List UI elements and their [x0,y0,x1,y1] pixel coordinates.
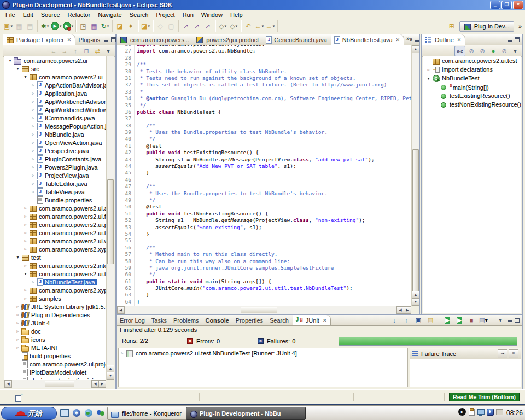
panel-hide-tray-icon[interactable] [458,408,466,416]
editor-tab-nbbundletest-java[interactable]: NbBundleTest.java✕ [331,34,404,45]
tree-item-com-aramco-powers2-ui[interactable]: ▾com.aramco.powers2.ui [4,56,106,65]
expand-arrow-icon[interactable]: ▹ [30,99,37,104]
close-bottom-tab-icon[interactable]: ✕ [323,318,327,323]
collapse-arrow-icon[interactable]: ▾ [7,58,14,63]
next-failure-icon[interactable]: ↓ [389,316,399,325]
tree-item-nbbundletest-java[interactable]: ▹NbBundleTest.java [4,278,106,286]
tree-item-pluginconstants-java[interactable]: ▹PluginConstants.java [4,155,106,163]
minimize-view-icon[interactable] [104,37,109,42]
back-history-icon[interactable]: ←▾ [254,21,264,32]
task-button-plug-in-development-nbbu[interactable]: Plug-in Development - NbBu [186,407,306,420]
expand-arrow-icon[interactable]: ▹ [30,279,37,284]
sort-icon[interactable]: a-z [454,46,465,56]
menu-file[interactable]: File [2,11,19,19]
maximize-bottom-view-icon[interactable] [515,318,520,323]
expand-arrow-icon[interactable]: ▹ [22,288,29,293]
expand-arrow-icon[interactable]: ▹ [22,263,29,268]
collapse-arrow-icon[interactable]: ▾ [22,74,29,79]
expand-arrow-icon[interactable]: ▹ [14,304,21,309]
wallet-tray-icon[interactable] [486,408,494,416]
previous-editor-icon[interactable]: ↗ [192,21,202,32]
tree-item-bundle-properties[interactable]: Bundle.properties [4,196,106,204]
perspective-more-chevron[interactable]: » [517,23,523,30]
expand-arrow-icon[interactable]: ▹ [22,230,29,235]
view-menu-icon[interactable]: ▾ [510,46,520,56]
debug-icon[interactable]: ✱▾ [40,21,50,32]
maximize-view-icon[interactable] [515,37,520,42]
tree-item-com-aramco-powers2-ui-project-r[interactable]: ▹com.aramco.powers2.ui.project.r [4,220,106,229]
tree-item-src[interactable]: ▾src [4,65,106,73]
maximize-view-icon[interactable] [111,37,116,42]
collapse-arrow-icon[interactable]: ▾ [22,271,29,276]
up-icon[interactable]: ↑ [71,46,80,56]
klipper-tray-icon[interactable] [468,408,475,416]
web-browser-icon[interactable] [83,407,94,418]
display-tray-icon[interactable] [477,408,485,416]
expand-arrow-icon[interactable]: ▹ [22,247,29,252]
show-failures-only-icon[interactable]: ▣ [413,316,423,325]
pkg-tab-package-explorer[interactable]: Package Explorer✕ [3,34,75,45]
tree-item-samples[interactable]: ▹samples [4,294,106,302]
expand-arrow-icon[interactable]: ▹ [30,156,37,161]
run-external-tools-icon[interactable]: ▶▾ [63,21,74,32]
tree-item-testnonexistingresource[interactable]: testNonExistingResource() [423,100,521,109]
expand-arrow-icon[interactable]: ▹ [22,222,29,227]
compare-result-button[interactable]: ⇥ [498,349,508,358]
tree-item-icons[interactable]: ▹icons [4,335,106,343]
contacts-icon[interactable] [95,407,106,418]
bottom-tab-error-log[interactable]: Error Log [117,315,149,325]
editor-more-tabs-chevron[interactable]: »9 [404,34,415,45]
expand-arrow-icon[interactable]: ▹ [30,83,37,88]
new-wizard-icon[interactable]: ▣▾ [3,21,13,32]
pkg-tab-plug-ins[interactable]: Plug-ins [75,34,104,45]
expand-arrow-icon[interactable]: ▹ [30,132,37,137]
open-folder-icon[interactable]: ◪ [115,21,125,32]
menu-window[interactable]: Window [197,11,226,19]
stop-icon[interactable]: ■ [466,316,476,325]
collapse-all-icon[interactable]: ⊟ [81,46,91,56]
tree-item-iplotdatamodel-violet[interactable]: IPlotDataModel.violet [4,368,106,376]
tree-item-com-aramco-powers2-xyplot-data[interactable]: ▹com.aramco.powers2.xyplot.data [4,286,106,294]
tree-item-openviewaction-java[interactable]: ▹OpenViewAction.java [4,138,106,147]
tree-item-appactionbaradvisor-java[interactable]: ▹AppActionBarAdvisor.java [4,81,106,89]
close-outline-tab-icon[interactable]: ✕ [457,37,462,43]
tree-item-testexistingresource[interactable]: testExistingResource() [423,91,521,100]
expand-arrow-icon[interactable]: ▹ [22,296,29,301]
expand-arrow-icon[interactable]: ▹ [14,312,21,317]
view-menu-icon[interactable]: ▾ [103,46,113,56]
search-icon[interactable]: ✦ [126,21,136,32]
tree-item-tableeditor-java[interactable]: ▹TableEditor.java [4,179,106,188]
editor-vscrollbar[interactable]: ▲ ▲ ▼ [411,45,419,306]
tree-item-junit-4[interactable]: ▹JUnit 4 [4,319,106,327]
rerun-failed-first-icon[interactable]: ▶ [454,316,464,325]
hide-local-types-icon[interactable]: ⊘ [499,46,509,56]
tree-item-main-string[interactable]: Smain(String[]) [423,83,521,91]
tree-item-com-aramco-powers2-internal-ui[interactable]: ▹com.aramco.powers2.internal.ui. [4,261,106,270]
tree-item-powers2plugin-java[interactable]: ▹Powers2Plugin.java [4,163,106,171]
bottom-tab-console[interactable]: Console [202,315,232,325]
expand-arrow-icon[interactable]: ▹ [22,206,29,211]
expand-arrow-icon[interactable]: ▹ [30,189,37,194]
expand-arrow-icon[interactable]: ▹ [30,181,37,186]
next-editor-icon[interactable]: ↗ [181,21,191,32]
run-icon[interactable]: ▶▾ [51,21,62,32]
expand-arrow-icon[interactable]: ▹ [30,140,37,145]
tree-item-com-aramco-powers2-ui-wizards[interactable]: ▹com.aramco.powers2.ui.wizards [4,237,106,245]
tree-item-nbbundletest[interactable]: ▾NbBundleTest [423,74,521,83]
tree-item-import-declarations[interactable]: ▹import declarations [423,65,521,74]
minimize-view-icon[interactable] [508,37,512,42]
collapse-arrow-icon[interactable]: ▾ [14,66,21,71]
editor-tab-genericbranch-java[interactable]: GenericBranch.java [262,34,331,45]
menu-navigate[interactable]: Navigate [94,11,125,19]
hide-static-members-icon[interactable]: ⊘ [477,46,487,56]
tree-item-build-properties[interactable]: build.properties [4,352,106,360]
bottom-tab-search[interactable]: Search [267,315,293,325]
editor-tab-powers2gui-product[interactable]: powers2gui.product [193,34,262,45]
tree-item-com-aramco-powers2-ui-forms[interactable]: ▹com.aramco.powers2.ui.forms [4,212,106,220]
konqueror-icon[interactable] [71,407,82,418]
expand-arrow-icon[interactable]: ▹ [14,345,21,350]
forward-icon[interactable]: → [60,46,69,56]
bottom-tab-junit[interactable]: JUnit✕ [293,315,331,325]
tree-item-application-java[interactable]: ▹Application.java [4,89,106,97]
tree-item-appworkbenchwindowadvis[interactable]: ▹AppWorkbenchWindowAdvis [4,106,106,114]
